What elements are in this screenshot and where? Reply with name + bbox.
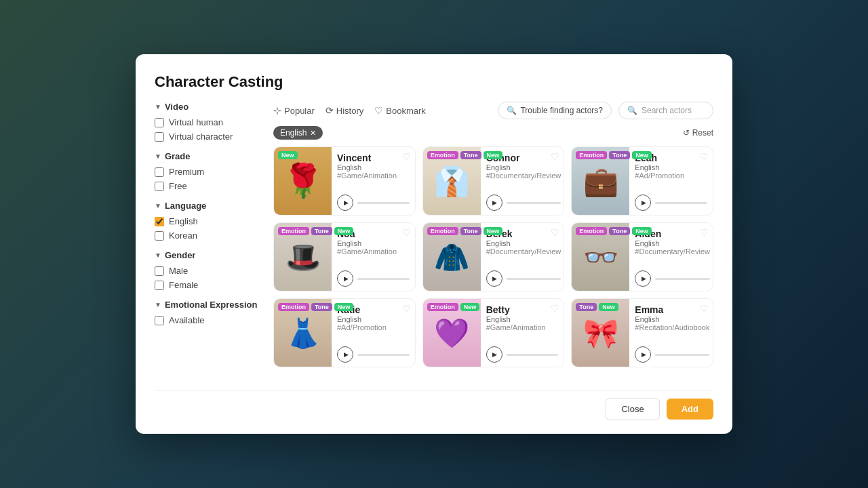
vincent-heart[interactable]: ♡	[402, 151, 411, 162]
character-card-noa[interactable]: Emotion Tone New ♡ 🎩 Noa	[273, 222, 416, 291]
active-filter-tag: English ✕	[273, 126, 323, 140]
play-icon: ▶	[492, 351, 497, 358]
male-checkbox[interactable]	[155, 266, 164, 276]
derek-heart[interactable]: ♡	[551, 227, 559, 238]
betty-language: English	[486, 315, 559, 323]
character-card-leah[interactable]: Emotion Tone New ♡ 💼 Leah	[571, 146, 713, 216]
katie-player: ▶	[337, 344, 410, 363]
filter-section-gender-title[interactable]: ▼ Gender	[155, 250, 260, 260]
character-card-connor[interactable]: Emotion Tone New ♡ 👔 Connor	[422, 146, 565, 216]
virtual-character-checkbox[interactable]	[155, 132, 164, 142]
noa-play-button[interactable]: ▶	[337, 270, 353, 287]
badge-emotion: Emotion	[427, 227, 458, 235]
trouble-label: Trouble finding actors?	[520, 106, 603, 115]
betty-heart[interactable]: ♡	[551, 303, 559, 314]
male-label: Male	[169, 266, 188, 276]
tab-popular-label: Popular	[284, 106, 315, 116]
derek-play-button[interactable]: ▶	[486, 270, 502, 287]
filter-section-video-title[interactable]: ▼ Video	[155, 102, 260, 112]
noa-player: ▶	[337, 268, 410, 287]
emma-heart[interactable]: ♡	[700, 303, 709, 314]
connor-player: ▶	[486, 192, 561, 211]
character-card-aiden[interactable]: Emotion Tone New ♡ 👓 Aiden	[571, 222, 713, 291]
noa-language: English	[337, 239, 410, 247]
badge-tone: Tone	[460, 151, 481, 159]
katie-heart[interactable]: ♡	[402, 303, 411, 314]
filter-korean: Korean	[155, 230, 260, 241]
premium-checkbox[interactable]	[155, 167, 164, 177]
filter-male: Male	[155, 266, 260, 276]
katie-language: English	[337, 315, 410, 323]
betty-progress	[507, 354, 559, 356]
filter-section-grade-title[interactable]: ▼ Grade	[155, 151, 260, 161]
tab-popular[interactable]: ⊹ Popular	[273, 105, 315, 116]
filter-section-language-title[interactable]: ▼ Language	[155, 201, 260, 211]
play-icon: ▶	[642, 351, 646, 358]
premium-label: Premium	[169, 167, 204, 177]
reset-button[interactable]: ↺ Reset	[683, 128, 713, 138]
english-checkbox[interactable]	[155, 217, 164, 226]
emma-category: #Recitation/Audiobook	[635, 323, 709, 331]
filter-section-emotional-expression-title[interactable]: ▼ Emotional Expression	[155, 300, 260, 310]
korean-checkbox[interactable]	[155, 231, 164, 241]
filter-english: English	[155, 216, 260, 226]
tab-group: ⊹ Popular ⟳ History ♡ Bookmark	[273, 105, 426, 116]
character-card-derek[interactable]: Emotion Tone New ♡ 🧥 Derek	[422, 222, 565, 291]
play-icon: ▶	[344, 275, 349, 282]
character-card-vincent[interactable]: New ♡ 🌹 Vincent English #Game	[273, 146, 416, 216]
character-card-emma[interactable]: Tone New ♡ 🎀 Emma English	[571, 298, 713, 367]
derek-category: #Documentary/Review	[486, 247, 561, 256]
noa-badges: Emotion Tone New	[278, 227, 353, 235]
character-casting-dialog: Character Casting ▼ Video Virtual human	[136, 54, 732, 434]
connor-play-button[interactable]: ▶	[486, 195, 502, 211]
monitor-background: Character Casting ▼ Video Virtual human	[0, 0, 868, 488]
katie-play-button[interactable]: ▶	[337, 346, 353, 363]
available-checkbox[interactable]	[155, 316, 164, 325]
virtual-human-checkbox[interactable]	[155, 118, 164, 127]
badge-new: New	[334, 227, 354, 235]
aiden-play-button[interactable]: ▶	[635, 270, 651, 287]
leah-heart[interactable]: ♡	[700, 151, 709, 162]
filter-available: Available	[155, 315, 260, 325]
emma-language: English	[635, 315, 709, 323]
search-box[interactable]: 🔍 Search actors	[618, 102, 713, 119]
trouble-finding-button[interactable]: 🔍 Trouble finding actors?	[498, 102, 612, 119]
character-card-betty[interactable]: Emotion New ♡ 💜 Betty English	[422, 298, 565, 367]
vincent-play-button[interactable]: ▶	[337, 195, 353, 211]
dialog-footer: Close Add	[155, 390, 713, 420]
add-button[interactable]: Add	[667, 399, 713, 420]
noa-heart[interactable]: ♡	[402, 227, 411, 238]
leah-player: ▶	[635, 192, 707, 211]
filter-tags-row: English ✕ ↺ Reset	[273, 126, 713, 140]
available-label: Available	[169, 315, 205, 325]
leah-category: #Ad/Promotion	[635, 171, 707, 180]
badge-emotion: Emotion	[576, 227, 607, 235]
leah-play-button[interactable]: ▶	[635, 195, 651, 211]
badge-tone: Tone	[460, 227, 481, 235]
vincent-player: ▶	[337, 192, 410, 211]
betty-player: ▶	[486, 344, 559, 363]
badge-new: New	[334, 303, 354, 311]
aiden-heart[interactable]: ♡	[700, 227, 709, 238]
badge-new: New	[599, 303, 618, 311]
filter-premium: Premium	[155, 167, 260, 177]
badge-tone: Tone	[576, 303, 597, 311]
emma-play-button[interactable]: ▶	[635, 346, 651, 363]
badge-emotion: Emotion	[278, 303, 309, 311]
active-filter-label: English	[280, 128, 307, 138]
arrow-icon: ▼	[155, 152, 161, 160]
leah-language: English	[635, 163, 707, 171]
remove-filter-button[interactable]: ✕	[310, 129, 316, 138]
close-button[interactable]: Close	[606, 398, 659, 420]
character-card-katie[interactable]: Emotion Tone New ♡ 👗 Katie	[273, 298, 416, 367]
reset-label: Reset	[692, 128, 713, 138]
tab-bookmark[interactable]: ♡ Bookmark	[374, 105, 426, 116]
tab-history[interactable]: ⟳ History	[326, 105, 363, 116]
connor-heart[interactable]: ♡	[551, 151, 559, 162]
free-checkbox[interactable]	[155, 182, 164, 191]
betty-play-button[interactable]: ▶	[486, 346, 502, 363]
filter-section-gender: ▼ Gender Male Female	[155, 250, 260, 290]
derek-player: ▶	[486, 268, 561, 287]
female-checkbox[interactable]	[155, 281, 164, 290]
emma-player: ▶	[635, 344, 709, 363]
